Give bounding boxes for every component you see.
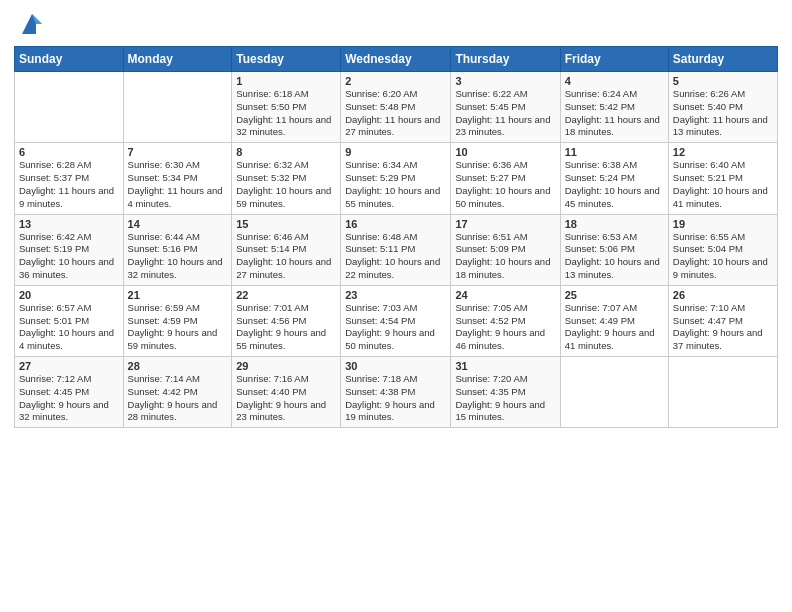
day-number: 5 (673, 75, 773, 87)
calendar-cell: 7Sunrise: 6:30 AM Sunset: 5:34 PM Daylig… (123, 143, 232, 214)
logo-icon (18, 10, 46, 38)
calendar-cell: 5Sunrise: 6:26 AM Sunset: 5:40 PM Daylig… (668, 72, 777, 143)
calendar-week-row: 13Sunrise: 6:42 AM Sunset: 5:19 PM Dayli… (15, 214, 778, 285)
calendar-cell: 20Sunrise: 6:57 AM Sunset: 5:01 PM Dayli… (15, 285, 124, 356)
calendar-cell: 27Sunrise: 7:12 AM Sunset: 4:45 PM Dayli… (15, 357, 124, 428)
calendar-cell (123, 72, 232, 143)
calendar-cell: 13Sunrise: 6:42 AM Sunset: 5:19 PM Dayli… (15, 214, 124, 285)
calendar-cell: 12Sunrise: 6:40 AM Sunset: 5:21 PM Dayli… (668, 143, 777, 214)
day-info: Sunrise: 6:24 AM Sunset: 5:42 PM Dayligh… (565, 88, 664, 139)
calendar-cell: 29Sunrise: 7:16 AM Sunset: 4:40 PM Dayli… (232, 357, 341, 428)
calendar-cell: 18Sunrise: 6:53 AM Sunset: 5:06 PM Dayli… (560, 214, 668, 285)
day-info: Sunrise: 6:55 AM Sunset: 5:04 PM Dayligh… (673, 231, 773, 282)
day-number: 4 (565, 75, 664, 87)
day-number: 2 (345, 75, 446, 87)
calendar-week-row: 20Sunrise: 6:57 AM Sunset: 5:01 PM Dayli… (15, 285, 778, 356)
calendar-cell (668, 357, 777, 428)
day-info: Sunrise: 7:05 AM Sunset: 4:52 PM Dayligh… (455, 302, 555, 353)
day-info: Sunrise: 6:22 AM Sunset: 5:45 PM Dayligh… (455, 88, 555, 139)
calendar-body: 1Sunrise: 6:18 AM Sunset: 5:50 PM Daylig… (15, 72, 778, 428)
weekday-header: Wednesday (341, 47, 451, 72)
calendar-cell: 4Sunrise: 6:24 AM Sunset: 5:42 PM Daylig… (560, 72, 668, 143)
day-info: Sunrise: 7:20 AM Sunset: 4:35 PM Dayligh… (455, 373, 555, 424)
day-info: Sunrise: 7:18 AM Sunset: 4:38 PM Dayligh… (345, 373, 446, 424)
day-info: Sunrise: 6:18 AM Sunset: 5:50 PM Dayligh… (236, 88, 336, 139)
day-number: 24 (455, 289, 555, 301)
day-number: 26 (673, 289, 773, 301)
day-info: Sunrise: 6:30 AM Sunset: 5:34 PM Dayligh… (128, 159, 228, 210)
day-number: 23 (345, 289, 446, 301)
calendar-week-row: 6Sunrise: 6:28 AM Sunset: 5:37 PM Daylig… (15, 143, 778, 214)
weekday-header: Monday (123, 47, 232, 72)
calendar-cell: 6Sunrise: 6:28 AM Sunset: 5:37 PM Daylig… (15, 143, 124, 214)
day-info: Sunrise: 6:40 AM Sunset: 5:21 PM Dayligh… (673, 159, 773, 210)
day-info: Sunrise: 6:59 AM Sunset: 4:59 PM Dayligh… (128, 302, 228, 353)
day-number: 18 (565, 218, 664, 230)
calendar-cell: 25Sunrise: 7:07 AM Sunset: 4:49 PM Dayli… (560, 285, 668, 356)
day-info: Sunrise: 7:16 AM Sunset: 4:40 PM Dayligh… (236, 373, 336, 424)
day-info: Sunrise: 6:51 AM Sunset: 5:09 PM Dayligh… (455, 231, 555, 282)
day-number: 25 (565, 289, 664, 301)
day-number: 15 (236, 218, 336, 230)
day-info: Sunrise: 6:20 AM Sunset: 5:48 PM Dayligh… (345, 88, 446, 139)
calendar-cell: 31Sunrise: 7:20 AM Sunset: 4:35 PM Dayli… (451, 357, 560, 428)
weekday-header: Tuesday (232, 47, 341, 72)
calendar-cell: 2Sunrise: 6:20 AM Sunset: 5:48 PM Daylig… (341, 72, 451, 143)
day-info: Sunrise: 7:07 AM Sunset: 4:49 PM Dayligh… (565, 302, 664, 353)
day-info: Sunrise: 6:26 AM Sunset: 5:40 PM Dayligh… (673, 88, 773, 139)
day-number: 11 (565, 146, 664, 158)
day-info: Sunrise: 7:01 AM Sunset: 4:56 PM Dayligh… (236, 302, 336, 353)
calendar-cell: 23Sunrise: 7:03 AM Sunset: 4:54 PM Dayli… (341, 285, 451, 356)
day-info: Sunrise: 6:42 AM Sunset: 5:19 PM Dayligh… (19, 231, 119, 282)
day-number: 6 (19, 146, 119, 158)
day-number: 22 (236, 289, 336, 301)
calendar-cell: 22Sunrise: 7:01 AM Sunset: 4:56 PM Dayli… (232, 285, 341, 356)
calendar-cell: 3Sunrise: 6:22 AM Sunset: 5:45 PM Daylig… (451, 72, 560, 143)
day-info: Sunrise: 7:10 AM Sunset: 4:47 PM Dayligh… (673, 302, 773, 353)
day-info: Sunrise: 6:46 AM Sunset: 5:14 PM Dayligh… (236, 231, 336, 282)
calendar-cell: 1Sunrise: 6:18 AM Sunset: 5:50 PM Daylig… (232, 72, 341, 143)
day-number: 10 (455, 146, 555, 158)
calendar-cell: 26Sunrise: 7:10 AM Sunset: 4:47 PM Dayli… (668, 285, 777, 356)
day-number: 3 (455, 75, 555, 87)
day-info: Sunrise: 6:32 AM Sunset: 5:32 PM Dayligh… (236, 159, 336, 210)
calendar-cell: 10Sunrise: 6:36 AM Sunset: 5:27 PM Dayli… (451, 143, 560, 214)
calendar-cell: 16Sunrise: 6:48 AM Sunset: 5:11 PM Dayli… (341, 214, 451, 285)
day-number: 20 (19, 289, 119, 301)
day-number: 12 (673, 146, 773, 158)
day-info: Sunrise: 7:14 AM Sunset: 4:42 PM Dayligh… (128, 373, 228, 424)
calendar-cell: 9Sunrise: 6:34 AM Sunset: 5:29 PM Daylig… (341, 143, 451, 214)
day-number: 8 (236, 146, 336, 158)
page: SundayMondayTuesdayWednesdayThursdayFrid… (0, 0, 792, 612)
day-number: 1 (236, 75, 336, 87)
header (14, 10, 778, 38)
calendar-cell (560, 357, 668, 428)
day-number: 19 (673, 218, 773, 230)
day-number: 7 (128, 146, 228, 158)
day-info: Sunrise: 6:53 AM Sunset: 5:06 PM Dayligh… (565, 231, 664, 282)
day-info: Sunrise: 7:12 AM Sunset: 4:45 PM Dayligh… (19, 373, 119, 424)
calendar-cell: 11Sunrise: 6:38 AM Sunset: 5:24 PM Dayli… (560, 143, 668, 214)
weekday-header: Thursday (451, 47, 560, 72)
logo (14, 10, 46, 38)
calendar-cell: 8Sunrise: 6:32 AM Sunset: 5:32 PM Daylig… (232, 143, 341, 214)
calendar-cell: 30Sunrise: 7:18 AM Sunset: 4:38 PM Dayli… (341, 357, 451, 428)
day-info: Sunrise: 6:36 AM Sunset: 5:27 PM Dayligh… (455, 159, 555, 210)
calendar-cell: 14Sunrise: 6:44 AM Sunset: 5:16 PM Dayli… (123, 214, 232, 285)
day-number: 30 (345, 360, 446, 372)
calendar-cell: 15Sunrise: 6:46 AM Sunset: 5:14 PM Dayli… (232, 214, 341, 285)
day-number: 14 (128, 218, 228, 230)
day-number: 29 (236, 360, 336, 372)
day-info: Sunrise: 7:03 AM Sunset: 4:54 PM Dayligh… (345, 302, 446, 353)
day-info: Sunrise: 6:38 AM Sunset: 5:24 PM Dayligh… (565, 159, 664, 210)
calendar-cell: 19Sunrise: 6:55 AM Sunset: 5:04 PM Dayli… (668, 214, 777, 285)
calendar-cell (15, 72, 124, 143)
calendar-cell: 24Sunrise: 7:05 AM Sunset: 4:52 PM Dayli… (451, 285, 560, 356)
calendar-cell: 17Sunrise: 6:51 AM Sunset: 5:09 PM Dayli… (451, 214, 560, 285)
calendar-week-row: 1Sunrise: 6:18 AM Sunset: 5:50 PM Daylig… (15, 72, 778, 143)
day-number: 21 (128, 289, 228, 301)
day-number: 27 (19, 360, 119, 372)
day-number: 31 (455, 360, 555, 372)
weekday-header-row: SundayMondayTuesdayWednesdayThursdayFrid… (15, 47, 778, 72)
day-info: Sunrise: 6:57 AM Sunset: 5:01 PM Dayligh… (19, 302, 119, 353)
